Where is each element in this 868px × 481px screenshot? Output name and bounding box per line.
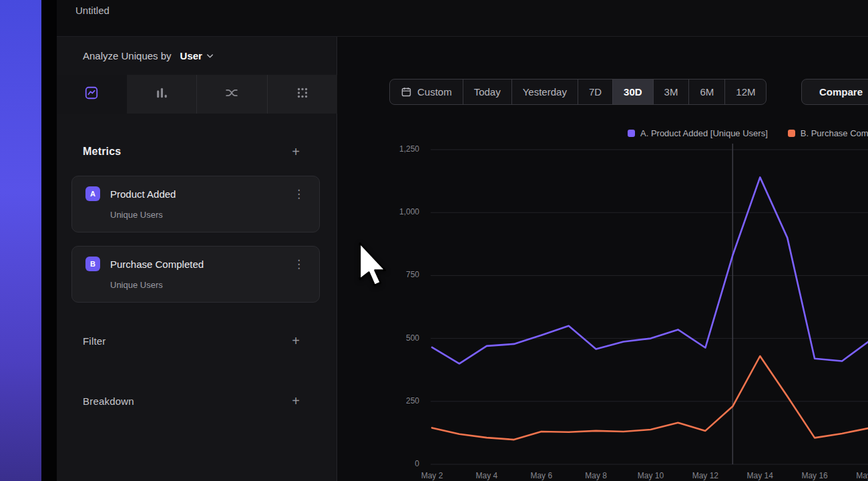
x-axis-label: May 10 [631,471,671,480]
metric-subtitle[interactable]: Unique Users [110,210,307,220]
y-axis-label: 500 [341,333,419,343]
tab-insights[interactable] [57,75,127,114]
query-builder-panel: Analyze Uniques by User Metrics + AProdu… [57,37,337,481]
metric-card-b[interactable]: BPurchase Completed⋮Unique Users [71,246,320,303]
metric-subtitle[interactable]: Unique Users [110,280,307,290]
analyze-entity-value: User [180,50,202,61]
section-filter: Filter+ [57,327,337,354]
x-axis-label: May 16 [795,471,835,480]
y-axis-label: 1,000 [341,207,419,216]
add-metric-button[interactable]: + [288,144,304,160]
x-axis-label: May 18 [849,471,868,480]
metric-card-a[interactable]: AProduct Added⋮Unique Users [71,176,320,232]
section-label: Breakdown [83,395,134,407]
funnels-icon [154,86,169,103]
report-title[interactable]: Untitled [75,5,110,16]
metric-badge: B [85,257,100,271]
metric-badge: A [85,186,100,201]
metric-card-header: AProduct Added⋮ [85,186,307,201]
background-column [41,0,57,481]
analyze-label: Analyze Uniques by [83,50,172,61]
add-filter-button[interactable]: + [288,333,304,349]
x-axis-label: May 4 [467,471,507,480]
tab-flows[interactable] [196,75,267,114]
section-breakdown: Breakdown+ [57,387,337,414]
metrics-title: Metrics [83,146,121,158]
x-axis-label: May 6 [521,471,562,480]
line-chart-canvas [337,37,868,481]
y-axis-label: 0 [341,459,419,468]
add-breakdown-button[interactable]: + [288,393,304,409]
y-axis-label: 250 [341,396,419,406]
tab-funnels[interactable] [127,75,197,114]
analyze-entity-select[interactable]: User [178,49,218,63]
metric-title: Product Added [110,188,280,200]
mouse-cursor [359,242,389,287]
y-axis-label: 1,250 [341,144,419,154]
flows-icon [224,86,239,103]
kebab-menu-icon[interactable]: ⋮ [290,188,307,200]
report-type-tabs [57,75,337,114]
topbar: Untitled [57,0,868,37]
chart-panel: CustomTodayYesterday7D30D3M6M12M Compare… [337,37,868,481]
apps-icon [295,86,310,103]
section-label: Filter [83,335,106,347]
metrics-header: Metrics + [57,138,337,165]
chevron-down-icon [205,51,215,61]
tab-more-apps[interactable] [267,75,338,114]
x-axis-label: May 14 [740,471,780,480]
kebab-menu-icon[interactable]: ⋮ [290,259,307,270]
x-axis-label: May 12 [685,471,725,480]
x-axis-label: May 2 [412,471,452,480]
background-gradient [0,0,41,481]
metric-title: Purchase Completed [110,259,280,270]
insights-icon [84,86,99,103]
analyze-row: Analyze Uniques by User [57,37,337,75]
metric-card-header: BPurchase Completed⋮ [85,257,307,271]
x-axis-label: May 8 [576,471,616,480]
